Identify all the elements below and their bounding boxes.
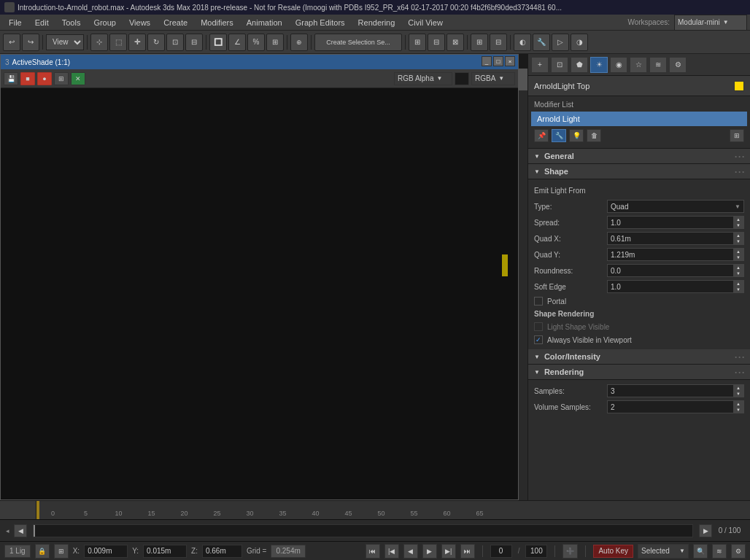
trackbar[interactable]: 0 5 10 15 20 25 30 35 40 45 50 55 60 65 xyxy=(0,500,750,519)
auto-key-button[interactable]: Auto Key xyxy=(593,545,633,558)
section-color-header[interactable]: ▼ Color/Intensity • • • xyxy=(528,349,750,365)
next-key-button[interactable]: ▶| xyxy=(441,544,456,559)
scale-button[interactable]: ⊡ xyxy=(166,34,184,51)
viewport-vscrollbar[interactable] xyxy=(519,69,527,500)
z-coord-input[interactable] xyxy=(202,545,242,558)
timeline-progress-bar[interactable] xyxy=(33,524,693,537)
activeshade-titlebar[interactable]: 3 ActiveShade (1:1) _ □ × xyxy=(1,55,518,69)
modifier-light-button[interactable]: 💡 xyxy=(569,129,584,142)
samples-input[interactable]: 3 ▲ ▼ xyxy=(607,384,744,397)
as-active-button[interactable]: ✕ xyxy=(71,72,85,85)
edit-pivot-button[interactable]: ⊕ xyxy=(290,34,308,51)
maximize-button[interactable]: □ xyxy=(493,56,503,66)
render-setup[interactable]: 🔧 xyxy=(533,34,550,51)
menu-tools[interactable]: Tools xyxy=(56,17,87,28)
prev-key-button[interactable]: |◀ xyxy=(384,544,399,559)
spinner-snap-button[interactable]: ⊞ xyxy=(266,34,284,51)
vscrollbar-thumb[interactable] xyxy=(519,69,527,90)
menu-group[interactable]: Group xyxy=(88,17,122,28)
light-shape-visible-checkbox[interactable] xyxy=(534,322,543,331)
shapes-button[interactable]: ⬟ xyxy=(571,57,588,73)
angle-snap-button[interactable]: ∠ xyxy=(228,34,246,51)
section-rendering-header[interactable]: ▼ Rendering • • • xyxy=(528,365,750,380)
material-editor[interactable]: ◐ xyxy=(514,34,531,51)
workspaces-dropdown[interactable]: Modular-mini ▼ xyxy=(674,15,747,31)
output-dropdown[interactable]: RGBA ▼ xyxy=(471,72,515,85)
undo-button[interactable]: ↩ xyxy=(3,34,20,51)
channel-dropdown[interactable]: RGB Alpha ▼ xyxy=(394,72,452,85)
add-time-tag-button[interactable]: ➕ xyxy=(562,544,578,559)
schematic-view[interactable]: ⊟ xyxy=(490,34,507,51)
layer-manager[interactable]: ⊠ xyxy=(446,34,464,51)
percent-snap-button[interactable]: % xyxy=(247,34,265,51)
quad-y-input[interactable]: 1.219m ▲ ▼ xyxy=(607,248,744,261)
play-button[interactable]: ▶ xyxy=(422,544,437,559)
selected-dropdown[interactable]: Selected ▼ xyxy=(638,544,689,559)
object-color-swatch[interactable] xyxy=(734,81,744,91)
modifier-trash-button[interactable]: 🗑 xyxy=(587,129,601,142)
viewport-select[interactable]: View xyxy=(46,34,84,50)
volume-samples-spinner-down[interactable]: ▼ xyxy=(733,407,743,413)
menu-edit[interactable]: Edit xyxy=(29,17,55,28)
roundness-spinner[interactable]: ▲ ▼ xyxy=(733,265,743,276)
as-record-button[interactable]: ● xyxy=(37,72,52,85)
create-selection-set[interactable]: Create Selection Se... xyxy=(314,34,402,51)
spread-input[interactable]: 1.0 ▲ ▼ xyxy=(607,216,744,229)
render-frame[interactable]: ▷ xyxy=(552,34,569,51)
scale-mode-button[interactable]: ⊟ xyxy=(185,34,203,51)
volume-samples-input[interactable]: 2 ▲ ▼ xyxy=(607,400,744,413)
next-frame-button[interactable]: ⏭ xyxy=(460,544,475,559)
menu-graph-editors[interactable]: Graph Editors xyxy=(290,17,351,28)
timeline-next-button[interactable]: ▶ xyxy=(699,524,712,537)
samples-spinner[interactable]: ▲ ▼ xyxy=(733,385,743,397)
spread-spinner[interactable]: ▲ ▼ xyxy=(733,217,743,228)
mini-curve-button[interactable]: ≋ xyxy=(712,544,727,559)
portal-checkbox[interactable] xyxy=(534,297,543,306)
menu-animation[interactable]: Animation xyxy=(241,17,288,28)
timeline-prev-button[interactable]: ◀ xyxy=(14,524,27,537)
y-coord-input[interactable] xyxy=(143,545,187,558)
roundness-spinner-down[interactable]: ▼ xyxy=(733,271,743,276)
mirror-button[interactable]: ⊞ xyxy=(409,34,426,51)
panel-resize-handle[interactable] xyxy=(502,254,508,276)
settings-button[interactable]: ⚙ xyxy=(731,544,746,559)
modifier-list-item[interactable]: Arnold Light xyxy=(531,112,747,126)
helpers-button[interactable]: ☆ xyxy=(630,57,647,73)
align-button[interactable]: ⊟ xyxy=(428,34,445,51)
volume-samples-spinner-up[interactable]: ▲ xyxy=(733,401,743,407)
quad-x-spinner-down[interactable]: ▼ xyxy=(733,238,743,244)
roundness-input[interactable]: 0.0 ▲ ▼ xyxy=(607,264,744,277)
systems-button[interactable]: ⚙ xyxy=(669,57,687,73)
frame-total-input[interactable] xyxy=(525,545,547,558)
samples-spinner-up[interactable]: ▲ xyxy=(733,385,743,391)
redo-button[interactable]: ↪ xyxy=(22,34,39,51)
active-shade[interactable]: ◑ xyxy=(571,34,588,51)
snap-toggle-button[interactable]: 🔳 xyxy=(209,34,227,51)
quad-y-spinner-down[interactable]: ▼ xyxy=(733,254,743,260)
soft-edge-spinner[interactable]: ▲ ▼ xyxy=(733,281,743,292)
samples-spinner-down[interactable]: ▼ xyxy=(733,391,743,397)
quad-x-spinner-up[interactable]: ▲ xyxy=(733,233,743,238)
soft-edge-input[interactable]: 1.0 ▲ ▼ xyxy=(607,280,744,293)
section-shape-header[interactable]: ▼ Shape • • • xyxy=(528,164,750,179)
type-dropdown[interactable]: Quad ▼ xyxy=(607,200,744,213)
menu-civil-view[interactable]: Civil View xyxy=(402,17,448,28)
geometry-button[interactable]: ⊡ xyxy=(551,57,568,73)
close-button[interactable]: × xyxy=(505,56,515,66)
section-general-header[interactable]: ▼ General • • • xyxy=(528,149,750,164)
minimize-button[interactable]: _ xyxy=(482,56,492,66)
modifier-extra-button[interactable]: ⊞ xyxy=(730,129,744,142)
modifier-pin-button[interactable]: 📌 xyxy=(534,129,549,142)
roundness-spinner-up[interactable]: ▲ xyxy=(733,265,743,271)
select-region-button[interactable]: ⬚ xyxy=(109,34,127,51)
lights-button[interactable]: ☀ xyxy=(590,57,608,73)
coord-mode-button[interactable]: ⊞ xyxy=(54,544,69,559)
x-coord-input[interactable] xyxy=(84,545,128,558)
spread-spinner-up[interactable]: ▲ xyxy=(733,217,743,222)
selection-lock-button[interactable]: 🔒 xyxy=(35,544,50,559)
move-button[interactable]: ✛ xyxy=(128,34,146,51)
prev-frame-button[interactable]: ⏮ xyxy=(366,544,380,559)
menu-rendering[interactable]: Rendering xyxy=(352,17,401,28)
spread-spinner-down[interactable]: ▼ xyxy=(733,222,743,228)
as-settings-button[interactable]: ⊞ xyxy=(54,72,69,85)
